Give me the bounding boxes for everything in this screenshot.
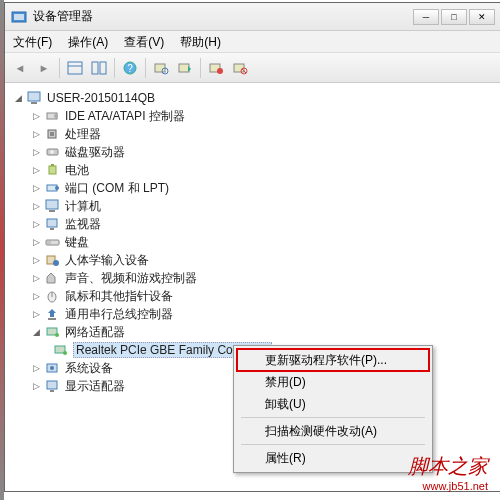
- svg-rect-28: [46, 200, 58, 209]
- expand-icon[interactable]: ▷: [31, 363, 42, 374]
- svg-point-36: [53, 260, 59, 266]
- svg-rect-5: [100, 62, 106, 74]
- category-icon: [45, 235, 61, 249]
- back-button[interactable]: ◄: [9, 57, 31, 79]
- svg-rect-24: [49, 166, 56, 174]
- minimize-button[interactable]: ─: [413, 9, 439, 25]
- category-icon: [45, 163, 61, 177]
- svg-rect-1: [14, 14, 24, 20]
- svg-text:?: ?: [127, 63, 133, 74]
- category-icon: [45, 145, 61, 159]
- expand-icon[interactable]: ▷: [31, 219, 42, 230]
- category-icon: [45, 217, 61, 231]
- collapse-icon[interactable]: ◢: [13, 93, 24, 104]
- svg-point-41: [55, 333, 59, 337]
- category-item[interactable]: ▷ 处理器: [9, 125, 497, 143]
- update-button[interactable]: [174, 57, 196, 79]
- category-item[interactable]: ▷ 键盘: [9, 233, 497, 251]
- expand-icon[interactable]: ▷: [31, 147, 42, 158]
- maximize-button[interactable]: □: [441, 9, 467, 25]
- expand-icon[interactable]: ▷: [31, 183, 42, 194]
- category-item[interactable]: ▷ 计算机: [9, 197, 497, 215]
- svg-rect-30: [47, 219, 57, 227]
- svg-rect-39: [48, 318, 56, 320]
- collapse-icon[interactable]: ◢: [31, 327, 42, 338]
- tree-root[interactable]: ◢ USER-20150114QB: [9, 89, 497, 107]
- help-button[interactable]: ?: [119, 57, 141, 79]
- svg-point-12: [217, 68, 223, 74]
- category-icon: [45, 271, 61, 285]
- nic-icon: [53, 343, 69, 357]
- category-item[interactable]: ▷ 声音、视频和游戏控制器: [9, 269, 497, 287]
- expand-icon[interactable]: ▷: [31, 201, 42, 212]
- uninstall-button[interactable]: [205, 57, 227, 79]
- svg-point-19: [54, 114, 58, 118]
- category-item[interactable]: ▷ 电池: [9, 161, 497, 179]
- watermark: 脚本之家 www.jb51.net: [408, 453, 488, 492]
- menu-update-driver[interactable]: 更新驱动程序软件(P)...: [237, 349, 429, 371]
- category-icon: [45, 199, 61, 213]
- network-icon: [45, 325, 61, 339]
- menu-properties[interactable]: 属性(R): [237, 447, 429, 469]
- scan-button[interactable]: [150, 57, 172, 79]
- menu-uninstall[interactable]: 卸载(U): [237, 393, 429, 415]
- view-button[interactable]: [64, 57, 86, 79]
- svg-point-23: [50, 150, 54, 154]
- category-icon: [45, 253, 61, 267]
- menubar: 文件(F) 操作(A) 查看(V) 帮助(H): [5, 31, 500, 53]
- expand-icon[interactable]: ▷: [31, 309, 42, 320]
- menu-disable[interactable]: 禁用(D): [237, 371, 429, 393]
- expand-icon[interactable]: ▷: [31, 111, 42, 122]
- expand-icon[interactable]: ▷: [31, 291, 42, 302]
- toolbar: ◄ ► ?: [5, 53, 500, 83]
- category-item[interactable]: ▷ 磁盘驱动器: [9, 143, 497, 161]
- svg-point-43: [63, 351, 67, 355]
- expand-icon[interactable]: ▷: [31, 165, 42, 176]
- disable-button[interactable]: [229, 57, 251, 79]
- category-item[interactable]: ▷ 通用串行总线控制器: [9, 305, 497, 323]
- close-button[interactable]: ✕: [469, 9, 495, 25]
- category-icon: [45, 289, 61, 303]
- svg-rect-46: [47, 381, 57, 389]
- menu-separator: [241, 417, 425, 418]
- svg-rect-16: [28, 92, 40, 101]
- category-icon: [45, 127, 61, 141]
- expand-icon[interactable]: ▷: [31, 129, 42, 140]
- svg-rect-10: [179, 64, 189, 72]
- device-manager-window: 设备管理器 ─ □ ✕ 文件(F) 操作(A) 查看(V) 帮助(H) ◄ ► …: [4, 2, 500, 492]
- category-network[interactable]: ◢ 网络适配器: [9, 323, 497, 341]
- menu-separator: [241, 444, 425, 445]
- expand-icon[interactable]: ▷: [31, 255, 42, 266]
- expand-icon[interactable]: ▷: [31, 381, 42, 392]
- category-icon: [45, 307, 61, 321]
- titlebar[interactable]: 设备管理器 ─ □ ✕: [5, 3, 500, 31]
- svg-rect-47: [50, 390, 54, 392]
- menu-help[interactable]: 帮助(H): [172, 31, 229, 52]
- view2-button[interactable]: [88, 57, 110, 79]
- category-icon: [45, 109, 61, 123]
- computer-icon: [27, 91, 43, 105]
- expand-icon[interactable]: ▷: [31, 273, 42, 284]
- menu-action[interactable]: 操作(A): [60, 31, 116, 52]
- app-icon: [11, 10, 27, 24]
- expand-icon[interactable]: ▷: [31, 237, 42, 248]
- svg-rect-21: [50, 132, 54, 136]
- category-icon: [45, 379, 61, 393]
- svg-rect-31: [50, 228, 54, 230]
- svg-rect-25: [51, 164, 54, 166]
- category-item[interactable]: ▷ 鼠标和其他指针设备: [9, 287, 497, 305]
- category-icon: [45, 361, 61, 375]
- category-item[interactable]: ▷ 端口 (COM 和 LPT): [9, 179, 497, 197]
- forward-button[interactable]: ►: [33, 57, 55, 79]
- category-item[interactable]: ▷ 人体学输入设备: [9, 251, 497, 269]
- window-title: 设备管理器: [33, 8, 93, 25]
- category-item[interactable]: ▷ 监视器: [9, 215, 497, 233]
- menu-view[interactable]: 查看(V): [116, 31, 172, 52]
- menu-file[interactable]: 文件(F): [5, 31, 60, 52]
- category-item[interactable]: ▷ IDE ATA/ATAPI 控制器: [9, 107, 497, 125]
- menu-scan-hardware[interactable]: 扫描检测硬件改动(A): [237, 420, 429, 442]
- svg-point-45: [50, 366, 54, 370]
- svg-point-27: [55, 186, 59, 190]
- category-icon: [45, 181, 61, 195]
- svg-rect-17: [31, 102, 37, 104]
